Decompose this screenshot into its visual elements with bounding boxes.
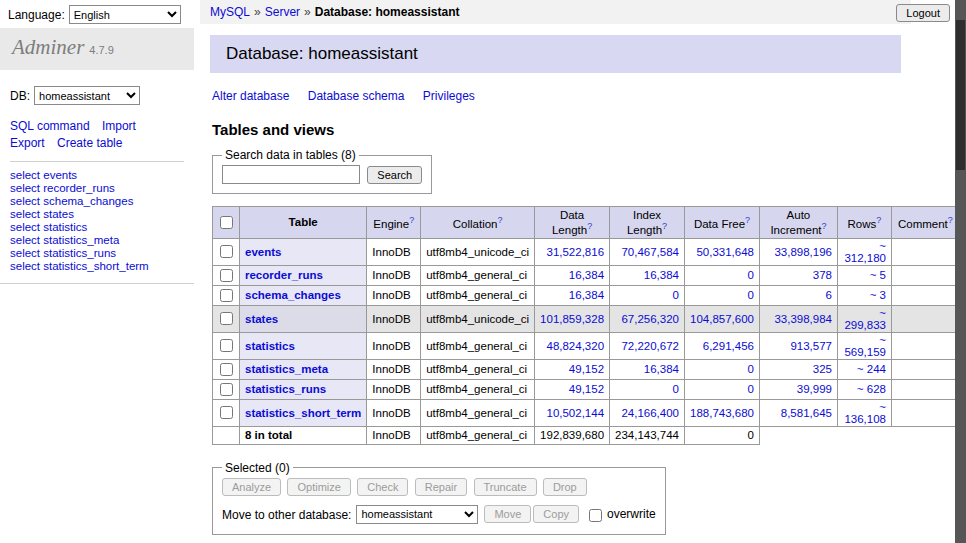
sidebar-item-import[interactable]: Import (102, 119, 136, 133)
drop-button[interactable]: Drop (543, 478, 587, 496)
auto-increment-link[interactable]: 913,577 (790, 340, 832, 352)
table-name-link[interactable]: statistics_meta (245, 363, 328, 375)
row-checkbox[interactable] (220, 289, 233, 302)
index-length-link[interactable]: 0 (673, 289, 679, 301)
data-length-link[interactable]: 49,152 (569, 383, 604, 395)
check-button[interactable]: Check (357, 478, 408, 496)
rows-count-link[interactable]: ~ 5 (870, 269, 886, 281)
select-all-checkbox[interactable] (220, 216, 233, 229)
collation-doc-link[interactable]: Collation? (453, 218, 503, 230)
index-length-link[interactable]: 16,384 (644, 269, 679, 281)
breadcrumb-mysql-link[interactable]: MySQL (210, 5, 250, 19)
logout-button[interactable]: Logout (896, 4, 950, 22)
data-free-doc-link[interactable]: Data Free? (694, 218, 750, 230)
sidebar-item-select-statistics-short-term[interactable]: select statistics_short_term (10, 260, 184, 273)
table-name-link[interactable]: statistics (245, 340, 295, 352)
row-checkbox[interactable] (220, 406, 233, 419)
auto-increment-link[interactable]: 325 (813, 363, 832, 375)
database-schema-link[interactable]: Database schema (308, 89, 405, 103)
analyze-button[interactable]: Analyze (222, 478, 281, 496)
index-length-link[interactable]: 70,467,584 (621, 246, 679, 258)
table-name-link[interactable]: statistics_short_term (245, 407, 361, 419)
rows-count-link[interactable]: ~ 312,180 (844, 240, 886, 264)
adminer-page: Language:English MySQL»Server»Database: … (0, 0, 966, 543)
index-length-doc-link[interactable]: Index Length? (627, 209, 667, 236)
alter-database-link[interactable]: Alter database (212, 89, 289, 103)
repair-button[interactable]: Repair (415, 478, 467, 496)
row-checkbox[interactable] (220, 312, 233, 325)
index-length-link[interactable]: 67,256,320 (621, 313, 679, 325)
rows-doc-link[interactable]: Rows? (848, 218, 882, 230)
search-button[interactable]: Search (367, 166, 422, 184)
db-select[interactable]: homeassistant (34, 86, 140, 105)
index-length-link[interactable]: 16,384 (644, 363, 679, 375)
table-name-link[interactable]: events (245, 246, 281, 258)
sidebar-item-select-recorder-runs[interactable]: select recorder_runs (10, 182, 184, 195)
data-length-link[interactable]: 101,859,328 (540, 313, 604, 325)
row-checkbox[interactable] (220, 339, 233, 352)
copy-button[interactable]: Copy (533, 505, 579, 523)
data-length-link[interactable]: 16,384 (569, 269, 604, 281)
scrollbar-thumb[interactable] (956, 20, 965, 170)
data-free-link[interactable]: 0 (748, 383, 754, 395)
sidebar-item-select-states[interactable]: select states (10, 208, 184, 221)
comment-doc-link[interactable]: Comment? (898, 218, 953, 230)
sidebar-item-create-table[interactable]: Create table (57, 136, 122, 150)
data-free-link[interactable]: 104,857,600 (690, 313, 754, 325)
optimize-button[interactable]: Optimize (287, 478, 350, 496)
row-checkbox[interactable] (220, 383, 233, 396)
breadcrumb-server-link[interactable]: Server (265, 5, 300, 19)
row-checkbox[interactable] (220, 245, 233, 258)
data-free-link[interactable]: 0 (748, 363, 754, 375)
move-button[interactable]: Move (484, 505, 531, 523)
data-free-link[interactable]: 6,291,456 (703, 340, 754, 352)
data-length-link[interactable]: 48,824,320 (546, 340, 604, 352)
engine-doc-link[interactable]: Engine? (373, 218, 414, 230)
row-checkbox[interactable] (220, 269, 233, 282)
rows-count-link[interactable]: ~ 299,833 (844, 307, 886, 331)
rows-count-link[interactable]: ~ 136,108 (844, 401, 886, 425)
auto-increment-link[interactable]: 8,581,645 (781, 407, 832, 419)
search-input[interactable] (222, 165, 360, 184)
vertical-scrollbar[interactable] (955, 0, 966, 543)
index-length-link[interactable]: 24,166,400 (621, 407, 679, 419)
index-length-link[interactable]: 72,220,672 (621, 340, 679, 352)
truncate-button[interactable]: Truncate (474, 478, 537, 496)
auto-increment-link[interactable]: 6 (826, 289, 832, 301)
auto-increment-link[interactable]: 33,398,984 (774, 313, 832, 325)
data-length-doc-link[interactable]: Data Length? (552, 209, 592, 236)
sidebar-item-sql-command[interactable]: SQL command (10, 119, 90, 133)
language-select[interactable]: English (69, 5, 181, 24)
index-length-link[interactable]: 0 (673, 383, 679, 395)
table-name-link[interactable]: schema_changes (245, 289, 341, 301)
sidebar-item-select-statistics-runs[interactable]: select statistics_runs (10, 247, 184, 260)
data-free-link[interactable]: 50,331,648 (696, 246, 754, 258)
table-name-link[interactable]: recorder_runs (245, 269, 323, 281)
data-length-link[interactable]: 31,522,816 (546, 246, 604, 258)
auto-increment-link[interactable]: 378 (813, 269, 832, 281)
row-checkbox[interactable] (220, 363, 233, 376)
sidebar-item-select-events[interactable]: select events (10, 169, 184, 182)
overwrite-checkbox[interactable] (589, 509, 602, 522)
move-database-select[interactable]: homeassistant (356, 505, 478, 524)
auto-increment-link[interactable]: 39,999 (797, 383, 832, 395)
table-name-link[interactable]: statistics_runs (245, 383, 326, 395)
rows-count-link[interactable]: ~ 569,159 (844, 334, 886, 358)
data-length-link[interactable]: 49,152 (569, 363, 604, 375)
rows-count-link[interactable]: ~ 244 (857, 363, 886, 375)
sidebar-item-select-statistics-meta[interactable]: select statistics_meta (10, 234, 184, 247)
data-free-link[interactable]: 0 (748, 269, 754, 281)
table-name-link[interactable]: states (245, 313, 278, 325)
sidebar-item-export[interactable]: Export (10, 136, 45, 150)
data-free-link[interactable]: 0 (748, 289, 754, 301)
data-length-link[interactable]: 16,384 (569, 289, 604, 301)
sidebar-item-select-schema-changes[interactable]: select schema_changes (10, 195, 184, 208)
auto-increment-link[interactable]: 33,898,196 (774, 246, 832, 258)
privileges-link[interactable]: Privileges (423, 89, 475, 103)
data-free-link[interactable]: 188,743,680 (690, 407, 754, 419)
sidebar-item-select-statistics[interactable]: select statistics (10, 221, 184, 234)
rows-count-link[interactable]: ~ 628 (857, 383, 886, 395)
auto-increment-doc-link[interactable]: Auto Increment? (770, 209, 826, 236)
data-length-link[interactable]: 10,502,144 (546, 407, 604, 419)
rows-count-link[interactable]: ~ 3 (870, 289, 886, 301)
